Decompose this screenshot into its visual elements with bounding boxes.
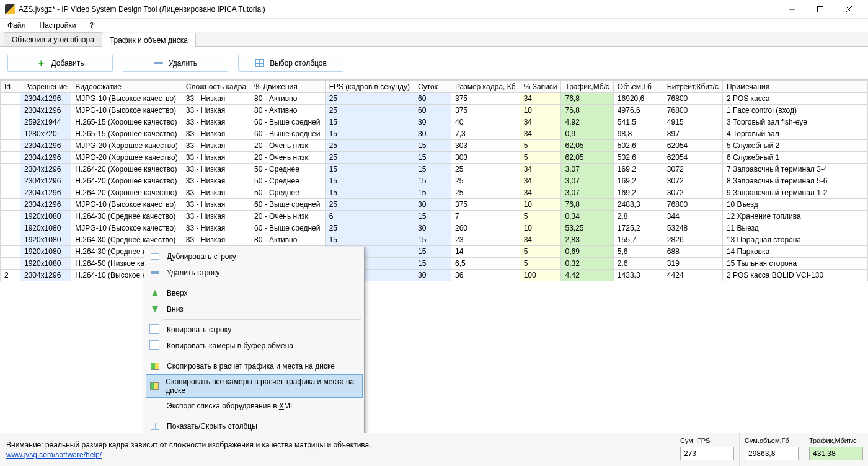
arrow-up-icon: [149, 288, 161, 298]
ctx-delete[interactable]: Удалить строку: [146, 265, 363, 281]
copy-icon: [149, 325, 161, 335]
col-comp[interactable]: Сложность кадра: [182, 81, 250, 93]
sum-traffic: Трафик,Мбит/с 431,38: [804, 433, 868, 466]
col-bit[interactable]: Битрейт,Кбит/с: [663, 81, 722, 93]
table-row[interactable]: 22304x1296H.264-10 (Высокое ка30361004,4…: [1, 270, 868, 281]
calc-icon: [149, 361, 161, 371]
separator: [163, 319, 361, 320]
help-link[interactable]: www.jvsg.com/software/help/: [6, 451, 668, 459]
info-panel: Внимание: реальный размер кадра зависит …: [0, 433, 675, 466]
table-row[interactable]: 2304x1296H.264-20 (Хорошее качество)33 -…: [1, 164, 868, 175]
calc-icon: [149, 381, 159, 391]
context-menu: Дублировать строку Удалить строку Вверх …: [144, 247, 365, 436]
ctx-down[interactable]: Вниз: [146, 301, 363, 317]
minus-icon: [154, 58, 164, 68]
table-row[interactable]: 1920x1080H.264-30 (Среднее качество)33 -…: [1, 234, 868, 246]
table-row[interactable]: 2304x1296MJPG-10 (Высокое качество)33 - …: [1, 105, 868, 116]
toolbar: + Добавить Удалить Выбор столбцов: [0, 47, 868, 79]
minus-icon: [149, 268, 161, 278]
menu-help[interactable]: ?: [87, 20, 96, 31]
ctx-duplicate[interactable]: Дублировать строку: [146, 248, 363, 265]
close-button[interactable]: [835, 0, 863, 19]
maximize-button[interactable]: [806, 0, 835, 19]
col-days[interactable]: Суток: [414, 81, 451, 93]
col-fps[interactable]: FPS (кадров в секунду): [325, 81, 414, 93]
add-button[interactable]: + Добавить: [7, 55, 113, 72]
data-table[interactable]: Id Разрешение Видеосжатие Сложность кадр…: [0, 79, 868, 435]
sum-fps-value: 273: [680, 447, 734, 460]
table-row[interactable]: 2304x1296MJPG-20 (Хорошее качество)33 - …: [1, 140, 868, 152]
grid-icon: [255, 58, 265, 68]
table-row[interactable]: 1920x1080MJPG-10 (Высокое качество)33 - …: [1, 222, 868, 234]
status-bar: Внимание: реальный размер кадра зависит …: [0, 433, 868, 466]
delete-label: Удалить: [169, 59, 197, 68]
table-row[interactable]: 1920x1080H.264-30 (Среднее качество)33 -…: [1, 246, 868, 258]
columns-icon: [149, 421, 161, 431]
col-codec[interactable]: Видеосжатие: [71, 81, 182, 93]
app-icon: [5, 4, 15, 14]
separator: [163, 356, 361, 356]
menu-settings[interactable]: Настройки: [37, 20, 79, 31]
arrow-down-icon: [149, 304, 161, 314]
ctx-copy-calc[interactable]: Скопировать в расчет трафика и места на …: [146, 358, 363, 374]
sum-fps: Сум. FPS 273: [675, 433, 739, 466]
separator: [163, 283, 361, 283]
ctx-up[interactable]: Вверх: [146, 285, 363, 301]
col-rec[interactable]: % Записи: [520, 81, 561, 93]
add-label: Добавить: [51, 59, 84, 68]
plus-icon: +: [36, 58, 46, 68]
window-title: AZS.jvsgz* - IP Video System Design Tool…: [19, 5, 777, 14]
ctx-copy[interactable]: Копировать строку: [146, 322, 363, 338]
table-row[interactable]: 1920x1080H.264-50 (Низкое качество)33 - …: [1, 258, 868, 270]
delete-button[interactable]: Удалить: [123, 55, 228, 72]
table-row[interactable]: 1920x1080H.264-30 (Среднее качество)33 -…: [1, 211, 868, 222]
table-row[interactable]: 2304x1296H.264-20 (Хорошее качество)33 -…: [1, 187, 868, 199]
table-row[interactable]: 2304x1296MJPG-10 (Высокое качество)33 - …: [1, 199, 868, 211]
col-vol[interactable]: Объем,Гб: [613, 81, 663, 93]
col-id[interactable]: Id: [1, 81, 20, 93]
table-row[interactable]: 2304x1296MJPG-10 (Высокое качество)33 - …: [1, 93, 868, 105]
col-motion[interactable]: % Движения: [250, 81, 326, 93]
table-row[interactable]: 2304x1296MJPG-20 (Хорошее качество)33 - …: [1, 152, 868, 164]
tabs: Объектив и угол обзора Трафик и объем ди…: [0, 32, 868, 47]
svg-rect-1: [818, 6, 823, 12]
col-note[interactable]: Примечания: [722, 81, 867, 93]
table-header-row: Id Разрешение Видеосжатие Сложность кадр…: [1, 81, 868, 93]
ctx-export[interactable]: Экспорт списка оборудования в XML: [146, 398, 363, 414]
sum-volume: Сум.объем,Гб 29863,8: [739, 433, 804, 466]
ctx-copy-all-calc[interactable]: Скопировать все камеры в расчет трафика …: [146, 374, 363, 398]
col-traf[interactable]: Трафик,Мб/с: [561, 81, 613, 93]
minimize-button[interactable]: [777, 0, 806, 19]
columns-button[interactable]: Выбор столбцов: [238, 55, 343, 72]
sum-traffic-value: 431,38: [809, 447, 863, 460]
menubar: Файл Настройки ?: [0, 19, 868, 32]
col-res[interactable]: Разрешение: [20, 81, 71, 93]
tab-traffic[interactable]: Трафик и объем диска: [102, 33, 196, 47]
separator: [163, 416, 361, 416]
info-text: Внимание: реальный размер кадра зависит …: [6, 441, 668, 449]
table-row[interactable]: 2592x1944H.265-15 (Хорошее качество)33 -…: [1, 116, 868, 128]
sum-volume-value: 29863,8: [745, 447, 799, 460]
titlebar: AZS.jvsgz* - IP Video System Design Tool…: [0, 0, 868, 19]
rows-icon: [149, 252, 161, 262]
col-frame[interactable]: Размер кадра, Кб: [451, 81, 520, 93]
menu-file[interactable]: Файл: [5, 20, 29, 31]
tab-lens[interactable]: Объектив и угол обзора: [4, 32, 102, 46]
table-row[interactable]: 2304x1296H.264-20 (Хорошее качество)33 -…: [1, 175, 868, 187]
table-row[interactable]: 1280x720H.265-15 (Хорошее качество)33 - …: [1, 128, 868, 140]
columns-label: Выбор столбцов: [270, 59, 327, 68]
ctx-copy-cams[interactable]: Копировать камеры в буфер обмена: [146, 338, 363, 354]
copy-icon: [149, 341, 161, 351]
